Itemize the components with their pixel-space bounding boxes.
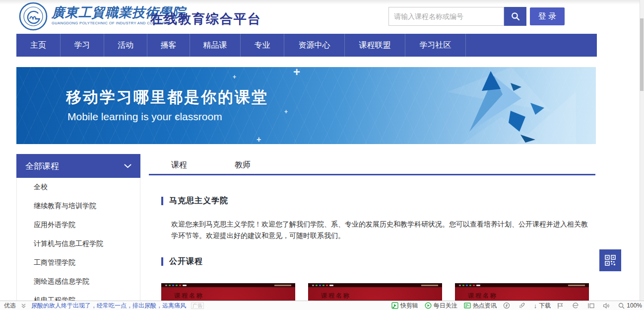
cover-dot	[169, 285, 171, 286]
ad-link[interactable]: 尿酸的敌人终于出现了，经常吃一点，排出尿酸，远离痛风	[31, 302, 186, 310]
plus-decor-icon: +	[293, 67, 300, 78]
cover-dot	[326, 285, 328, 286]
sidebar-item-foreign-lang[interactable]: 应用外语学院	[17, 216, 140, 234]
double-chevron-down-icon[interactable]	[21, 303, 26, 309]
daily-watch-icon	[425, 302, 432, 309]
cover-dot	[165, 285, 167, 286]
college-list: 全校 继续教育与培训学院 应用外语学院 计算机与信息工程学院 工商管理学院 测绘…	[16, 178, 140, 310]
search-input[interactable]	[389, 7, 504, 25]
sidebar-item-whole-school[interactable]: 全校	[17, 178, 140, 197]
search-icon	[511, 12, 520, 21]
heading-accent-bar	[161, 197, 163, 205]
nav-item-courses[interactable]: 精品课	[190, 34, 241, 57]
cover-dot	[183, 285, 187, 286]
nav-item-alliance[interactable]: 课程联盟	[345, 34, 405, 57]
cover-dot	[316, 285, 318, 286]
daily-watch-tool[interactable]: 每日关注	[425, 302, 457, 310]
download-tool[interactable]: ↓ 下载	[534, 302, 551, 310]
speed-gauge-icon	[503, 302, 510, 309]
search-box	[388, 7, 504, 26]
tool-label: 热点资讯	[473, 302, 497, 310]
tool-label: 100%	[627, 302, 642, 309]
open-courses-heading: 公开课程	[161, 256, 203, 267]
course-category-sidebar: 全部课程 全校 继续教育与培训学院 应用外语学院 计算机与信息工程学院 工商管理…	[16, 154, 140, 310]
cover-dot	[476, 285, 480, 286]
tab-courses[interactable]: 课程	[171, 160, 187, 174]
cover-dot	[319, 285, 321, 286]
tab-teachers[interactable]: 教师	[235, 160, 251, 174]
side-panel-tool[interactable]	[587, 303, 596, 309]
sidebar-item-business-mgmt[interactable]: 工商管理学院	[17, 253, 140, 272]
cover-dot	[329, 285, 333, 286]
featured-menu[interactable]: 优选	[4, 302, 16, 310]
nav-item-home[interactable]: 主页	[16, 34, 61, 57]
page-header: 廣東工貿職業技術學院 GUANGDONG POLYTECHNIC OF INDU…	[0, 0, 644, 33]
cover-mini-text	[421, 285, 438, 286]
main-nav: 主页 学习 活动 播客 精品课 专业 资源中心 课程联盟 学习社区	[16, 34, 597, 57]
search-button[interactable]	[504, 7, 526, 26]
cover-dot	[469, 285, 471, 286]
plus-decor-icon: +	[284, 109, 288, 115]
nav-item-resources[interactable]: 资源中心	[284, 34, 345, 57]
platform-title: 在线教育综合平台	[150, 10, 261, 28]
nav-item-community[interactable]: 学习社区	[405, 34, 466, 57]
course-cover-topbar	[308, 283, 442, 287]
zoom-tool[interactable]: 100%	[618, 302, 642, 309]
hot-news-tool[interactable]: 热点资讯	[464, 302, 497, 310]
ie-tool[interactable]	[572, 302, 581, 309]
nav-item-major[interactable]: 专业	[241, 34, 284, 57]
plus-decor-icon: +	[233, 74, 236, 80]
course-cover-title: 课程名称	[468, 292, 589, 300]
heading-accent-bar	[161, 257, 163, 266]
speed-gauge-tool[interactable]	[503, 302, 512, 309]
cover-dot	[172, 285, 174, 286]
scrollbar-thumb[interactable]	[640, 18, 644, 91]
cover-dot	[462, 285, 464, 286]
bottom-bar-left: 优选 尿酸的敌人终于出现了，经常吃一点，排出尿酸，远离痛风 广告	[0, 302, 204, 310]
hero-banner[interactable]: + + + + + 移动学习哪里都是你的课堂 Mobile learning i…	[16, 67, 596, 144]
course-cover-topbar	[161, 283, 295, 287]
course-cover-title: 课程名称	[174, 292, 295, 300]
cover-mini-text	[568, 285, 585, 286]
login-button[interactable]: 登 录	[530, 7, 565, 25]
chevron-down-icon	[124, 164, 131, 168]
rocket-tool[interactable]	[518, 302, 527, 309]
college-section-heading: 马克思主义学院	[161, 196, 228, 206]
tool-label: 下载	[539, 302, 551, 310]
college-title: 马克思主义学院	[169, 196, 228, 206]
all-courses-dropdown[interactable]: 全部课程	[16, 154, 140, 178]
sidebar-item-continuing-ed[interactable]: 继续教育与培训学院	[17, 197, 140, 216]
ad-badge: 广告	[191, 303, 204, 309]
qr-code-icon	[605, 255, 616, 266]
zoom-icon	[618, 303, 625, 309]
paper-plane-icon	[447, 67, 576, 144]
cover-dot	[322, 285, 324, 286]
download-icon: ↓	[534, 303, 537, 309]
nav-item-activity[interactable]: 活动	[104, 34, 147, 57]
cover-dot	[179, 285, 181, 286]
browser-bottom-bar: 优选 尿酸的敌人终于出现了，经常吃一点，排出尿酸，远离痛风 广告 快剪辑 每日关…	[0, 301, 644, 310]
flag-tool[interactable]	[557, 303, 566, 309]
qr-code-button[interactable]	[599, 249, 621, 271]
nav-item-podcast[interactable]: 播客	[147, 34, 190, 57]
course-cover-topbar	[455, 283, 589, 287]
rocket-icon	[518, 302, 525, 309]
flag-icon	[557, 303, 564, 309]
volume-tool[interactable]	[603, 303, 612, 309]
quick-clip-tool[interactable]: 快剪辑	[391, 302, 418, 310]
tool-label: 快剪辑	[400, 302, 418, 310]
content-tabs: 课程 教师	[171, 160, 251, 174]
cover-dot	[312, 285, 314, 286]
sidebar-item-surveying[interactable]: 测绘遥感信息学院	[17, 272, 140, 291]
volume-icon	[603, 303, 610, 309]
vertical-scrollbar[interactable]	[640, 0, 644, 301]
panel-icon	[587, 303, 594, 309]
banner-subheadline: Mobile learning is your classroom	[67, 111, 222, 123]
cover-dot	[176, 285, 178, 286]
school-emblem-icon	[19, 2, 48, 31]
sidebar-item-computer-info[interactable]: 计算机与信息工程学院	[17, 234, 140, 253]
plus-decor-icon: +	[257, 136, 261, 144]
tool-label: 每日关注	[434, 302, 457, 310]
course-cover-title: 课程名称	[321, 292, 442, 300]
nav-item-learn[interactable]: 学习	[61, 34, 104, 57]
